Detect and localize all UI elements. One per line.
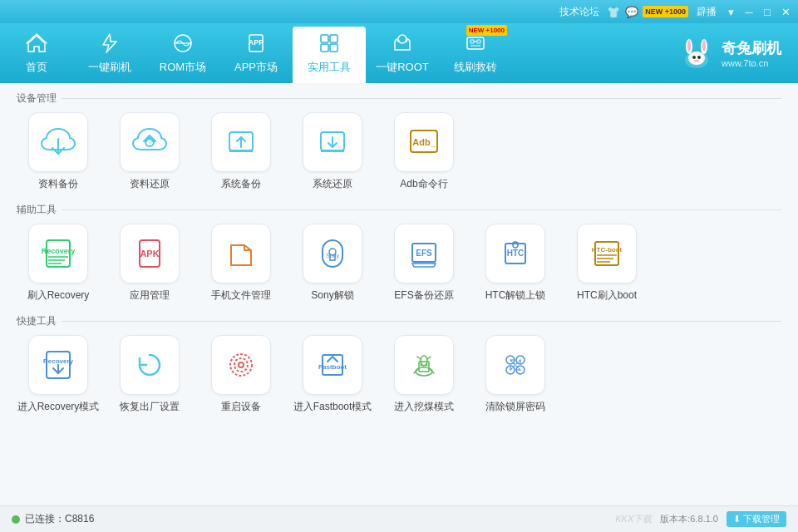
svg-text:Sony: Sony bbox=[326, 253, 339, 259]
tool-htc-unlock-label: HTC解锁上锁 bbox=[485, 288, 546, 303]
shirt-icon[interactable]: 👕 bbox=[606, 4, 621, 19]
tool-reboot-label: 重启设备 bbox=[221, 400, 261, 414]
svg-point-18 bbox=[702, 40, 706, 52]
svg-text:Adb_: Adb_ bbox=[412, 137, 436, 147]
svg-point-14 bbox=[688, 52, 705, 65]
nav-tools-label: 实用工具 bbox=[308, 60, 351, 75]
tool-data-backup[interactable]: 资料备份 bbox=[17, 112, 100, 191]
svg-point-19 bbox=[692, 56, 696, 59]
svg-point-9 bbox=[406, 40, 408, 42]
rescue-new-badge: NEW +1000 bbox=[466, 25, 507, 36]
watermark: KKX下载 bbox=[615, 513, 652, 525]
svg-point-7 bbox=[398, 35, 406, 43]
tool-clear-lock-label: 清除锁屏密码 bbox=[485, 400, 545, 414]
tool-file-mgmt[interactable]: 手机文件管理 bbox=[200, 224, 283, 303]
tool-factory-reset[interactable]: 恢复出厂设置 bbox=[108, 335, 191, 414]
nav-tools[interactable]: 实用工具 bbox=[293, 27, 366, 83]
tool-sys-backup[interactable]: 系统备份 bbox=[200, 112, 283, 191]
tool-dig-mode-label: 进入挖煤模式 bbox=[394, 400, 454, 414]
tool-efs-label: EFS备份还原 bbox=[394, 288, 453, 303]
svg-point-20 bbox=[697, 56, 701, 59]
nav-rom[interactable]: ROM市场 bbox=[146, 23, 219, 83]
tool-sys-restore-label: 系统还原 bbox=[313, 177, 352, 191]
root-icon bbox=[391, 32, 414, 58]
svg-text:HTC: HTC bbox=[507, 249, 525, 258]
svg-text:HTC-boot: HTC-boot bbox=[592, 246, 623, 254]
svg-text:APP: APP bbox=[249, 38, 264, 47]
tool-data-backup-label: 资料备份 bbox=[38, 177, 78, 191]
logo-area: 奇兔刷机 www.7to.cn bbox=[512, 23, 798, 83]
svg-point-21 bbox=[694, 60, 699, 62]
svg-rect-10 bbox=[467, 37, 484, 49]
download-mgmt-button[interactable]: ⬇ 下载管理 bbox=[727, 511, 786, 527]
svg-point-8 bbox=[397, 40, 400, 42]
rom-icon bbox=[171, 32, 195, 58]
svg-point-53 bbox=[421, 356, 427, 366]
tool-reboot[interactable]: 重启设备 bbox=[200, 335, 283, 414]
quick-tools-grid: Recovery 进入Recovery模式 恢复出厂设置 bbox=[17, 335, 781, 414]
tool-adb-cmd[interactable]: Adb_ Adb命令行 bbox=[382, 112, 466, 191]
tool-file-mgmt-label: 手机文件管理 bbox=[211, 288, 271, 303]
tool-sys-restore[interactable]: 系统还原 bbox=[291, 112, 374, 191]
svg-rect-3 bbox=[321, 35, 328, 42]
tool-efs-backup[interactable]: EFS EFS备份还原 bbox=[382, 224, 466, 303]
svg-point-45 bbox=[234, 358, 248, 372]
tool-fastboot[interactable]: Fastboot 进入Fastboot模式 bbox=[291, 335, 374, 414]
tool-data-restore-label: 资料还原 bbox=[130, 177, 170, 191]
tool-flash-recovery-label: 刷入Recovery bbox=[27, 288, 90, 303]
connected-text: 已连接：C8816 bbox=[25, 512, 94, 526]
tool-dig-mode[interactable]: 进入挖煤模式 bbox=[382, 335, 466, 414]
tool-htc-unlock[interactable]: HTC HTC解锁上锁 bbox=[474, 224, 557, 303]
logo-icon bbox=[678, 35, 715, 71]
tools-icon bbox=[318, 32, 341, 58]
svg-text:Recovery: Recovery bbox=[43, 357, 74, 365]
tool-app-mgmt[interactable]: APK 应用管理 bbox=[108, 224, 191, 303]
dropdown-icon[interactable]: ▾ bbox=[723, 4, 738, 19]
tool-htc-boot-label: HTC刷入boot bbox=[577, 288, 637, 303]
tool-flash-recovery[interactable]: Recovery 刷入Recovery bbox=[17, 224, 100, 303]
chat-icon[interactable]: 💬 bbox=[624, 4, 639, 19]
svg-point-44 bbox=[230, 354, 252, 376]
forum-link[interactable]: 技术论坛 bbox=[556, 5, 603, 19]
nav-flash[interactable]: 一键刷机 bbox=[73, 23, 146, 83]
main-content: 设备管理 资料备份 ↺ 资料还原 bbox=[0, 83, 798, 505]
section-device-mgmt-title: 设备管理 bbox=[17, 91, 781, 106]
svg-point-17 bbox=[687, 40, 691, 52]
logo-url: www.7to.cn bbox=[722, 58, 781, 68]
download-label: 下载管理 bbox=[743, 513, 780, 525]
flash-icon bbox=[98, 32, 121, 58]
close-button[interactable]: ✕ bbox=[778, 4, 793, 19]
titlebar: 技术论坛 👕 💬 NEW +1000 辟播 ▾ ─ □ ✕ bbox=[0, 0, 798, 23]
nav-app[interactable]: APP APP市场 bbox=[219, 23, 293, 83]
minimize-button[interactable]: ─ bbox=[741, 4, 756, 19]
svg-text:↺: ↺ bbox=[148, 140, 152, 145]
svg-rect-5 bbox=[321, 44, 328, 52]
new-badge: NEW +1000 bbox=[643, 6, 688, 17]
device-mgmt-grid: 资料备份 ↺ 资料还原 系统备 bbox=[17, 112, 781, 191]
tool-htc-boot[interactable]: HTC-boot HTC刷入boot bbox=[565, 224, 648, 303]
home-icon bbox=[25, 32, 48, 58]
section-quick-title: 快捷工具 bbox=[17, 314, 781, 328]
svg-rect-4 bbox=[330, 35, 337, 42]
svg-rect-6 bbox=[330, 44, 337, 52]
section-assist-title: 辅助工具 bbox=[17, 203, 781, 217]
svg-rect-12 bbox=[477, 40, 480, 43]
svg-text:Fastboot: Fastboot bbox=[318, 363, 347, 371]
tool-sony-unlock[interactable]: Sony Sony解锁 bbox=[291, 224, 374, 303]
tool-adb-label: Adb命令行 bbox=[400, 177, 447, 191]
svg-rect-11 bbox=[470, 40, 474, 43]
maximize-button[interactable]: □ bbox=[760, 4, 775, 19]
nav-rescue[interactable]: NEW +1000 线刷救砖 bbox=[439, 23, 512, 83]
tool-sys-backup-label: 系统备份 bbox=[221, 177, 261, 191]
tool-app-mgmt-label: 应用管理 bbox=[130, 288, 170, 303]
tool-clear-lock[interactable]: 清除锁屏密码 bbox=[474, 335, 557, 414]
nav-root[interactable]: 一键ROOT bbox=[366, 23, 439, 83]
app-icon: APP bbox=[244, 32, 268, 58]
connected-indicator bbox=[12, 515, 20, 524]
version-text: 版本本:6.8.1.0 bbox=[660, 513, 718, 525]
tool-enter-recovery[interactable]: Recovery 进入Recovery模式 bbox=[17, 335, 100, 414]
svg-text:Recovery: Recovery bbox=[42, 247, 76, 255]
nav-home[interactable]: 首页 bbox=[0, 23, 73, 83]
statusbar: 已连接：C8816 KKX下载 版本本:6.8.1.0 ⬇ 下载管理 bbox=[0, 505, 798, 532]
tool-data-restore[interactable]: ↺ 资料还原 bbox=[108, 112, 191, 191]
